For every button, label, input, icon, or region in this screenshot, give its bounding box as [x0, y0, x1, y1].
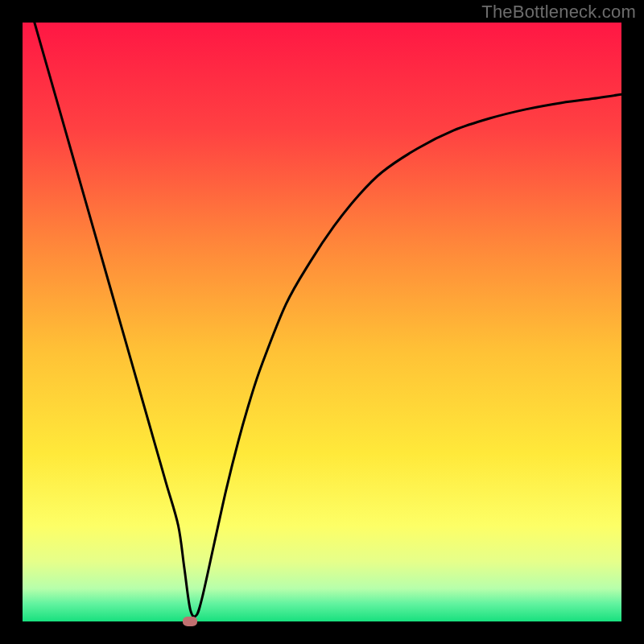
- minimum-marker: [183, 617, 197, 626]
- gradient-background: [23, 23, 621, 621]
- watermark-text: TheBottleneck.com: [481, 2, 636, 23]
- bottleneck-plot: [23, 23, 621, 621]
- chart-frame: TheBottleneck.com: [0, 0, 644, 644]
